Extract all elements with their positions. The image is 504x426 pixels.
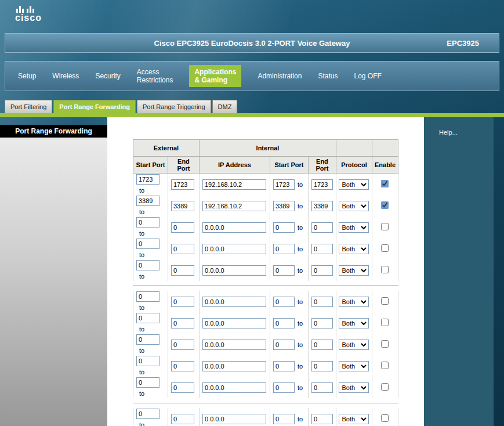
internal-end-port-input[interactable] [311,318,333,328]
to-label: to [139,347,144,354]
enable-checkbox[interactable] [381,362,389,369]
external-start-port-input[interactable] [136,334,159,345]
internal-start-port-input[interactable] [273,179,295,190]
external-start-port-input[interactable] [136,291,159,302]
protocol-select[interactable]: Both [339,361,369,371]
enable-checkbox[interactable] [381,223,389,230]
ip-address-input[interactable] [202,297,266,307]
enable-checkbox[interactable] [381,244,389,252]
column-header-internal-start-port: Start Port [270,157,308,174]
external-start-port-input[interactable] [136,174,159,185]
external-end-port-input[interactable] [171,244,194,254]
internal-end-port-input[interactable] [311,297,333,307]
external-start-port-input[interactable] [136,196,159,206]
ip-address-input[interactable] [202,382,266,393]
to-label: to [298,246,303,252]
ip-address-input[interactable] [202,179,266,190]
external-start-port-input[interactable] [136,260,159,270]
enable-checkbox[interactable] [381,180,389,187]
external-start-port-input[interactable] [136,239,159,249]
nav-item-setup[interactable]: Setup [18,72,36,80]
ip-address-input[interactable] [202,244,266,254]
internal-end-port-input[interactable] [311,414,333,424]
internal-end-port-input[interactable] [311,361,333,371]
external-end-port-input[interactable] [171,297,194,307]
protocol-select[interactable]: Both [339,318,369,328]
enable-checkbox[interactable] [381,266,389,273]
nav-item-log-off[interactable]: Log OFF [354,72,382,80]
external-start-port-input[interactable] [136,377,159,388]
tab-port-range-triggering[interactable]: Port Range Triggering [137,100,211,113]
external-end-port-input[interactable] [171,179,194,190]
internal-start-port-input[interactable] [273,244,295,254]
internal-start-port-input[interactable] [273,361,295,371]
external-end-port-input[interactable] [171,222,194,233]
protocol-select[interactable]: Both [339,222,369,233]
enable-checkbox[interactable] [381,340,389,348]
nav-item-applications-gaming[interactable]: Applications & Gaming [189,65,241,87]
enable-checkbox[interactable] [381,414,389,422]
forwarding-row-4: totoBoth [133,238,398,259]
internal-end-port-input[interactable] [311,222,333,233]
internal-start-port-input[interactable] [273,414,295,424]
to-label: to [139,230,144,237]
internal-start-port-input[interactable] [273,340,295,350]
nav-item-security[interactable]: Security [95,72,120,80]
external-start-port-input[interactable] [136,217,159,228]
protocol-select[interactable]: Both [339,244,369,254]
external-end-port-input[interactable] [171,382,194,393]
internal-start-port-input[interactable] [273,382,295,393]
internal-start-port-input[interactable] [273,297,295,307]
internal-end-port-input[interactable] [311,201,333,211]
protocol-select[interactable]: Both [339,201,369,211]
internal-end-port-input[interactable] [311,340,333,350]
protocol-select[interactable]: Both [339,414,369,424]
ip-address-input[interactable] [202,340,266,350]
internal-end-port-input[interactable] [311,179,333,190]
external-end-port-input[interactable] [171,318,194,328]
nav-item-administration[interactable]: Administration [258,72,302,80]
protocol-select[interactable]: Both [339,340,369,350]
external-end-port-input[interactable] [171,265,194,276]
internal-start-port-input[interactable] [273,201,295,211]
to-label: to [298,341,303,348]
external-end-port-input[interactable] [171,361,194,371]
protocol-select[interactable]: Both [339,297,369,307]
protocol-select[interactable]: Both [339,265,369,276]
protocol-select[interactable]: Both [339,179,369,190]
enable-checkbox[interactable] [381,297,389,305]
nav-item-access-restrictions[interactable]: Access Restrictions [137,68,173,84]
internal-end-port-input[interactable] [311,244,333,254]
ip-address-input[interactable] [202,201,266,211]
enable-checkbox[interactable] [381,319,389,326]
nav-item-wireless[interactable]: Wireless [52,72,79,80]
enable-checkbox[interactable] [381,383,389,391]
external-start-port-input[interactable] [136,356,159,366]
ip-address-input[interactable] [202,414,266,424]
internal-group-header: Internal [199,140,336,157]
help-link[interactable]: Help... [439,129,458,136]
external-end-port-input[interactable] [171,201,194,211]
internal-start-port-input[interactable] [273,222,295,233]
internal-end-port-input[interactable] [311,382,333,393]
external-start-port-input[interactable] [136,313,159,323]
to-label: to [298,363,303,370]
sub-tabs: Port FilteringPort Range ForwardingPort … [0,99,504,113]
tab-port-filtering[interactable]: Port Filtering [5,100,52,113]
nav-item-status[interactable]: Status [318,72,338,80]
internal-end-port-input[interactable] [311,265,333,276]
ip-address-input[interactable] [202,265,266,276]
internal-start-port-input[interactable] [273,265,295,276]
ip-address-input[interactable] [202,318,266,328]
cisco-logo-text: cisco [15,13,42,23]
ip-address-input[interactable] [202,222,266,233]
enable-checkbox[interactable] [381,201,389,209]
external-end-port-input[interactable] [171,414,194,424]
protocol-select[interactable]: Both [339,382,369,393]
tab-port-range-forwarding[interactable]: Port Range Forwarding [53,100,136,113]
tab-dmz[interactable]: DMZ [212,100,238,113]
ip-address-input[interactable] [202,361,266,371]
external-end-port-input[interactable] [171,340,194,350]
internal-start-port-input[interactable] [273,318,295,328]
external-start-port-input[interactable] [136,409,159,419]
